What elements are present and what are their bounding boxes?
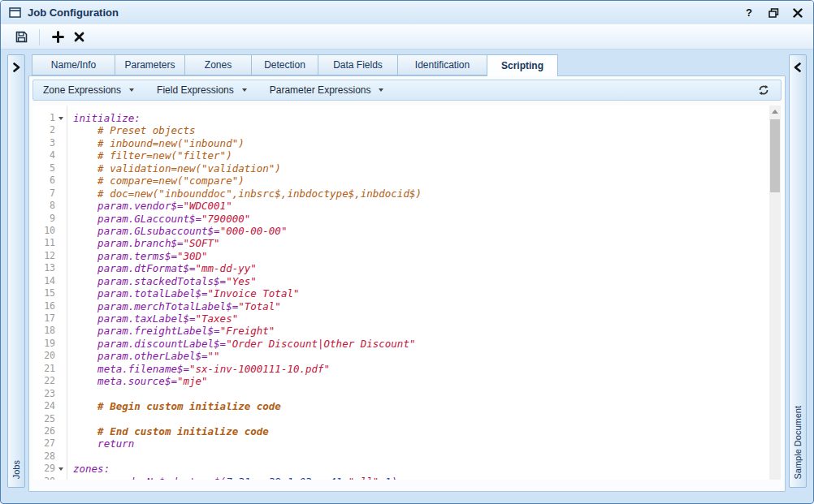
chevron-right-icon[interactable] xyxy=(12,62,20,72)
chevron-down-icon xyxy=(379,88,383,92)
line-number: 11 xyxy=(33,237,55,249)
code-line[interactable]: 18 param.freightLabel$="Freight" xyxy=(33,325,769,337)
tab-parameters[interactable]: Parameters xyxy=(115,54,184,75)
restore-icon[interactable] xyxy=(766,6,781,20)
fold-marker-icon[interactable] xyxy=(55,112,67,124)
tab-detection[interactable]: Detection xyxy=(251,54,318,75)
line-number: 12 xyxy=(33,250,55,262)
code-line[interactable]: 25 xyxy=(33,413,769,425)
chevron-left-icon[interactable] xyxy=(794,62,802,72)
code-text: initialize: xyxy=(67,112,141,124)
fold-column xyxy=(55,174,67,187)
code-text: # validation=new("validation") xyxy=(67,162,281,174)
code-line[interactable]: 13 param.dtFormat$="mm-dd-yy" xyxy=(33,262,769,274)
editor-scrollbar[interactable] xyxy=(769,106,781,480)
code-line[interactable]: 10 param.GLsubaccount$="000-00-00" xyxy=(33,225,769,237)
code-text: param.terms$="30D" xyxy=(67,250,208,262)
code-text: # inbound=new("inbound") xyxy=(67,137,245,149)
code-line[interactable]: 28 xyxy=(33,450,769,463)
code-line[interactable]: 11 param.branch$="SOFT" xyxy=(33,237,769,249)
zone-expressions-dropdown[interactable]: Zone Expressions xyxy=(43,84,134,96)
line-number: 1 xyxy=(33,112,55,124)
titlebar-controls: ? xyxy=(742,6,805,20)
titlebar[interactable]: Job Configuration ? xyxy=(1,1,813,24)
code-line[interactable]: 19 param.discountLabel$="Order Discount|… xyxy=(33,338,769,350)
sample-document-panel-label: Sample Document xyxy=(793,406,803,480)
code-line[interactable]: 24 # Begin custom initialize code xyxy=(33,400,769,412)
line-number: 20 xyxy=(33,350,55,362)
code-line[interactable]: 6 # compare=new("compare") xyxy=(33,174,769,187)
code-line[interactable]: 15 param.totalLabel$="Invoice Total" xyxy=(33,287,769,299)
tab-scripting[interactable]: Scripting xyxy=(487,54,558,76)
jobs-panel-collapsed[interactable]: Jobs xyxy=(7,54,25,488)
code-line[interactable]: 23 xyxy=(33,388,769,400)
code-line[interactable]: 7 # doc=new("inbounddoc",inbsrc$,inbdoct… xyxy=(33,187,769,200)
tab-name-info[interactable]: Name/Info xyxy=(32,54,115,75)
code-text: param.otherLabel$="" xyxy=(67,350,220,362)
fold-column xyxy=(55,413,67,425)
line-number: 17 xyxy=(33,312,55,325)
line-number: 24 xyxy=(33,400,55,412)
code-line[interactable]: 3 # inbound=new("inbound") xyxy=(33,137,769,149)
code-line[interactable]: 1initialize: xyxy=(33,112,769,124)
tab-data-fields[interactable]: Data Fields xyxy=(318,54,397,75)
code-line[interactable]: 12 param.terms$="30D" xyxy=(33,250,769,262)
dropdown-label: Field Expressions xyxy=(157,84,234,96)
save-button[interactable] xyxy=(11,28,32,47)
code-line[interactable]: 5 # validation=new("validation") xyxy=(33,162,769,174)
code-lines: 1initialize:2 # Preset objects3 # inboun… xyxy=(33,112,769,480)
code-line[interactable]: 17 param.taxLabel$="Taxes" xyxy=(33,312,769,325)
line-number: 9 xyxy=(33,213,55,225)
close-icon[interactable] xyxy=(790,6,805,20)
line-number: 4 xyxy=(33,149,55,162)
scripting-panel: Zone ExpressionsField ExpressionsParamet… xyxy=(28,75,786,492)
sample-document-panel-collapsed[interactable]: Sample Document xyxy=(789,54,807,488)
code-line[interactable]: 29zones: xyxy=(33,463,769,475)
line-number: 5 xyxy=(33,162,55,174)
fold-column xyxy=(55,350,67,362)
code-line[interactable]: 9 param.GLaccount$="790000" xyxy=(33,213,769,225)
tab-identification[interactable]: Identification xyxy=(397,54,487,75)
line-number: 13 xyxy=(33,262,55,274)
line-number: 8 xyxy=(33,200,55,212)
code-line[interactable]: 27 return xyxy=(33,437,769,450)
fold-column xyxy=(55,213,67,225)
code-line[interactable]: 16 param.merchTotalLabel$="Total" xyxy=(33,300,769,312)
fold-marker-icon[interactable] xyxy=(55,463,67,475)
line-number: 14 xyxy=(33,275,55,287)
line-number: 3 xyxy=(33,137,55,149)
code-text: # doc=new("inbounddoc",inbsrc$,inbdoctyp… xyxy=(67,187,422,200)
fold-column xyxy=(55,200,67,212)
tab-zones[interactable]: Zones xyxy=(184,54,251,75)
parameter-expressions-dropdown[interactable]: Parameter Expressions xyxy=(270,84,384,96)
fold-column xyxy=(55,275,67,287)
code-line[interactable]: 21 meta.filename$="sx-inv-1000111-10.pdf… xyxy=(33,363,769,375)
code-line[interactable]: 14 param.stackedTotals$="Yes" xyxy=(33,275,769,287)
window-icon xyxy=(9,7,21,18)
delete-button[interactable] xyxy=(68,28,89,47)
chevron-down-icon xyxy=(129,88,134,92)
scrollbar-thumb[interactable] xyxy=(770,119,780,192)
code-line[interactable]: 4 # filter=new("filter") xyxy=(33,149,769,162)
help-icon[interactable]: ? xyxy=(742,6,756,20)
code-line[interactable]: 2 # Preset objects xyxy=(33,124,769,136)
fold-column xyxy=(55,375,67,387)
dropdown-label: Zone Expressions xyxy=(43,84,121,96)
code-line[interactable]: 26 # End custom initialize code xyxy=(33,425,769,437)
refresh-icon[interactable] xyxy=(758,84,771,96)
fold-column xyxy=(55,325,67,337)
script-editor[interactable]: 1initialize:2 # Preset objects3 # inboun… xyxy=(33,106,781,480)
dropdown-label: Parameter Expressions xyxy=(270,84,371,96)
code-line[interactable]: 22 meta.source$="mje" xyxy=(33,375,769,387)
code-line[interactable]: 20 param.otherLabel$="" xyxy=(33,350,769,362)
scroll-up-icon[interactable] xyxy=(772,110,778,114)
fold-column xyxy=(55,124,67,136)
expressions-toolbar: Zone ExpressionsField ExpressionsParamet… xyxy=(32,80,782,101)
code-line[interactable]: 8 param.vendor$="WDC001" xyxy=(33,200,769,212)
code-line[interactable]: 30 zone docNo$=doc'ocr$(7.31, .39,1.03, … xyxy=(33,476,769,480)
window-title: Job Configuration xyxy=(28,6,119,19)
fold-column xyxy=(55,363,67,375)
code-text xyxy=(67,413,73,425)
add-button[interactable] xyxy=(47,28,68,47)
field-expressions-dropdown[interactable]: Field Expressions xyxy=(157,84,247,96)
